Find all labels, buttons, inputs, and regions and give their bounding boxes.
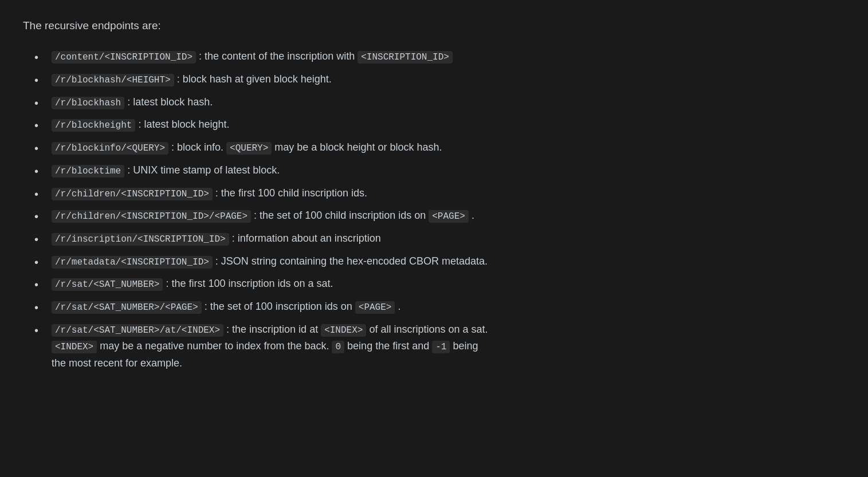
item-text: : UNIX time stamp of latest block. [127, 164, 280, 176]
item-text: : the set of 100 inscription ids on [205, 301, 355, 312]
code-inline: /r/sat/<SAT_NUMBER>/<PAGE> [52, 301, 202, 314]
code-inline: /r/inscription/<INSCRIPTION_ID> [52, 233, 229, 246]
list-item: /r/metadata/<INSCRIPTION_ID> : JSON stri… [40, 253, 845, 270]
item-text: being [453, 340, 478, 352]
code-inline: -1 [432, 341, 450, 353]
code-inline: /r/blockinfo/<QUERY> [52, 142, 168, 155]
item-text: being the first and [347, 340, 432, 352]
item-text: : latest block hash. [127, 96, 213, 108]
item-text: : information about an inscription [232, 232, 381, 244]
item-text: : the first 100 inscription ids on a sat… [166, 278, 333, 289]
list-item: /r/children/<INSCRIPTION_ID> : the first… [40, 185, 845, 202]
item-text: : the first 100 child inscription ids. [215, 187, 367, 199]
code-inline: /r/blockheight [52, 119, 135, 132]
item-text: . [472, 210, 474, 221]
item-text: : latest block height. [138, 119, 229, 130]
code-inline: <QUERY> [226, 142, 272, 155]
code-inline: /r/metadata/<INSCRIPTION_ID> [52, 256, 213, 269]
code-inline: /r/sat/<SAT_NUMBER>/at/<INDEX> [52, 324, 223, 337]
item-text: of all inscriptions on a sat. [369, 324, 488, 335]
list-item: /r/blockheight : latest block height. [40, 116, 845, 133]
code-inline: /r/blocktime [52, 165, 124, 178]
code-inline: /r/blockhash/<HEIGHT> [52, 74, 174, 86]
code-inline: <PAGE> [429, 210, 469, 223]
list-item: /r/sat/<SAT_NUMBER>/<PAGE> : the set of … [40, 298, 845, 316]
list-item: /r/sat/<SAT_NUMBER> : the first 100 insc… [40, 275, 845, 293]
list-item: /r/blockhash : latest block hash. [40, 94, 845, 111]
item-text: may be a negative number to index from t… [100, 340, 332, 352]
code-inline: <INDEX> [52, 341, 97, 353]
code-inline: /r/children/<INSCRIPTION_ID> [52, 188, 213, 200]
item-text: may be a block height or block hash. [274, 141, 442, 153]
code-inline: <PAGE> [355, 301, 395, 314]
intro-text: The recursive endpoints are: [23, 17, 845, 34]
item-text: the most recent for example. [52, 357, 182, 369]
code-inline: /r/blockhash [52, 97, 124, 109]
code-inline: 0 [332, 341, 344, 353]
list-item: /r/children/<INSCRIPTION_ID>/<PAGE> : th… [40, 207, 845, 224]
item-text: : the inscription id at [226, 324, 321, 335]
list-item: /r/blockinfo/<QUERY> : block info. <QUER… [40, 139, 845, 156]
code-inline: <INDEX> [321, 324, 366, 337]
item-text: : JSON string containing the hex-encoded… [215, 255, 488, 267]
code-inline: /r/sat/<SAT_NUMBER> [52, 278, 163, 291]
list-item: /r/blockhash/<HEIGHT> : block hash at gi… [40, 71, 845, 88]
list-item: /content/<INSCRIPTION_ID> : the content … [40, 48, 845, 65]
item-text: . [398, 301, 400, 312]
list-item: /r/blocktime : UNIX time stamp of latest… [40, 162, 845, 179]
endpoint-list: /content/<INSCRIPTION_ID> : the content … [23, 48, 845, 372]
item-text: : block info. [171, 141, 226, 153]
item-text: : the set of 100 child inscription ids o… [254, 210, 429, 221]
code-inline: <INSCRIPTION_ID> [358, 51, 453, 64]
list-item: /r/sat/<SAT_NUMBER>/at/<INDEX> : the ins… [40, 321, 845, 372]
list-item: /r/inscription/<INSCRIPTION_ID> : inform… [40, 230, 845, 247]
item-text: : block hash at given block height. [177, 73, 332, 85]
code-inline: /r/children/<INSCRIPTION_ID>/<PAGE> [52, 210, 251, 223]
item-text: : the content of the inscription with [199, 50, 358, 62]
code-inline: /content/<INSCRIPTION_ID> [52, 51, 196, 64]
